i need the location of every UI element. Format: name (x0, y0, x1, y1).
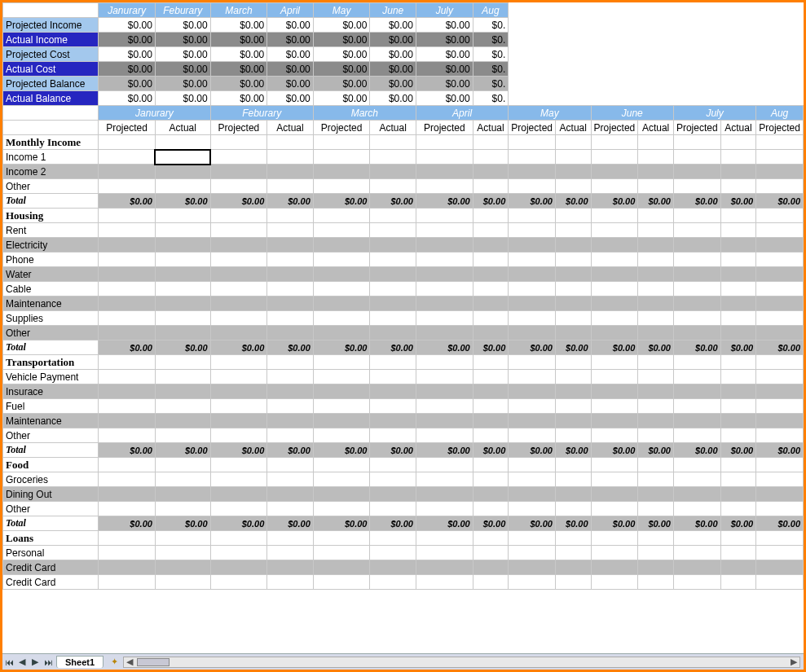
data-cell[interactable] (591, 575, 638, 590)
data-cell[interactable] (638, 267, 674, 282)
data-cell[interactable] (99, 399, 156, 414)
data-cell[interactable] (370, 414, 416, 428)
data-cell[interactable] (509, 267, 556, 282)
total-cell[interactable]: $0.00 (210, 443, 267, 458)
data-cell[interactable] (756, 560, 804, 575)
data-cell[interactable] (756, 165, 804, 179)
new-sheet-icon[interactable]: ✦ (108, 657, 120, 668)
data-cell[interactable] (99, 502, 156, 516)
empty-cell[interactable] (473, 531, 509, 546)
empty-cell[interactable] (591, 531, 638, 546)
scroll-thumb[interactable] (137, 658, 170, 666)
data-cell[interactable] (155, 370, 210, 384)
empty-cell[interactable] (267, 458, 314, 472)
data-cell[interactable] (756, 472, 804, 487)
total-cell[interactable]: $0.00 (416, 340, 473, 355)
data-cell[interactable] (370, 370, 416, 384)
data-cell[interactable] (210, 267, 267, 282)
data-cell[interactable] (509, 575, 556, 590)
summary-cell[interactable]: $0. (473, 18, 509, 33)
data-cell[interactable] (267, 267, 314, 282)
data-cell[interactable] (555, 414, 591, 428)
data-cell[interactable] (555, 296, 591, 311)
total-cell[interactable]: $0.00 (756, 194, 804, 209)
summary-cell[interactable]: $0.00 (210, 77, 267, 91)
total-cell[interactable]: $0.00 (210, 194, 267, 209)
empty-cell[interactable] (210, 458, 267, 472)
summary-cell[interactable]: $0. (473, 33, 509, 47)
data-cell[interactable] (720, 560, 756, 575)
empty-cell[interactable] (210, 531, 267, 546)
empty-cell[interactable] (509, 355, 556, 370)
summary-cell[interactable]: $0.00 (155, 91, 210, 106)
data-cell[interactable] (638, 487, 674, 502)
data-cell[interactable] (99, 370, 156, 384)
data-cell[interactable] (638, 472, 674, 487)
total-cell[interactable]: $0.00 (370, 340, 416, 355)
data-cell[interactable] (155, 311, 210, 326)
data-cell[interactable] (99, 238, 156, 253)
empty-cell[interactable] (756, 531, 804, 546)
data-cell[interactable] (370, 546, 416, 560)
data-cell[interactable] (638, 223, 674, 238)
data-cell[interactable] (720, 267, 756, 282)
data-cell[interactable] (267, 179, 314, 194)
summary-cell[interactable]: $0.00 (416, 91, 473, 106)
data-cell[interactable] (591, 165, 638, 179)
data-cell[interactable] (155, 575, 210, 590)
data-cell[interactable] (720, 487, 756, 502)
data-cell[interactable] (155, 399, 210, 414)
summary-cell[interactable]: $0. (473, 77, 509, 91)
total-cell[interactable]: $0.00 (473, 194, 509, 209)
data-cell[interactable] (720, 414, 756, 428)
data-cell[interactable] (313, 253, 370, 267)
empty-cell[interactable] (370, 458, 416, 472)
total-cell[interactable]: $0.00 (473, 516, 509, 531)
summary-cell[interactable]: $0.00 (370, 18, 416, 33)
total-cell[interactable]: $0.00 (99, 516, 156, 531)
data-cell[interactable] (591, 487, 638, 502)
total-cell[interactable]: $0.00 (416, 194, 473, 209)
data-cell[interactable] (591, 311, 638, 326)
data-cell[interactable] (370, 150, 416, 165)
data-cell[interactable] (509, 428, 556, 443)
data-cell[interactable] (99, 384, 156, 399)
total-cell[interactable]: $0.00 (756, 516, 804, 531)
empty-cell[interactable] (267, 135, 314, 150)
data-cell[interactable] (473, 502, 509, 516)
data-cell[interactable] (313, 428, 370, 443)
data-cell[interactable] (673, 487, 720, 502)
data-cell[interactable] (756, 414, 804, 428)
data-cell[interactable] (370, 384, 416, 399)
data-cell[interactable] (313, 150, 370, 165)
data-cell[interactable] (509, 311, 556, 326)
data-cell[interactable] (313, 560, 370, 575)
empty-cell[interactable] (509, 458, 556, 472)
data-cell[interactable] (99, 223, 156, 238)
data-cell[interactable] (210, 282, 267, 296)
data-cell[interactable] (591, 428, 638, 443)
data-cell[interactable] (720, 238, 756, 253)
data-cell[interactable] (370, 472, 416, 487)
total-cell[interactable]: $0.00 (555, 340, 591, 355)
data-cell[interactable] (555, 502, 591, 516)
data-cell[interactable] (720, 326, 756, 340)
data-cell[interactable] (509, 399, 556, 414)
empty-cell[interactable] (473, 355, 509, 370)
empty-cell[interactable] (313, 209, 370, 223)
empty-cell[interactable] (267, 355, 314, 370)
data-cell[interactable] (473, 253, 509, 267)
empty-cell[interactable] (370, 531, 416, 546)
empty-cell[interactable] (416, 531, 473, 546)
summary-cell[interactable]: $0.00 (210, 47, 267, 62)
total-cell[interactable]: $0.00 (673, 443, 720, 458)
data-cell[interactable] (509, 472, 556, 487)
data-cell[interactable] (638, 575, 674, 590)
data-cell[interactable] (99, 267, 156, 282)
data-cell[interactable] (673, 165, 720, 179)
summary-cell[interactable]: $0.00 (267, 77, 314, 91)
data-cell[interactable] (673, 296, 720, 311)
total-cell[interactable]: $0.00 (267, 340, 314, 355)
data-cell[interactable] (673, 179, 720, 194)
data-cell[interactable] (509, 150, 556, 165)
